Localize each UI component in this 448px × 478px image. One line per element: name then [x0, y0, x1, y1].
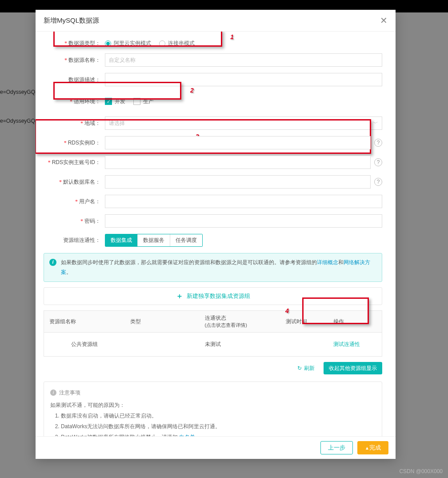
input-password[interactable]	[105, 214, 382, 228]
checkbox-dev-label: 开发	[115, 98, 125, 105]
watermark: CSDN @000X000	[399, 468, 443, 474]
collapse-others-button[interactable]: 收起其他资源组显示	[324, 362, 382, 374]
radio-connstring-mode-label: 连接串模式	[168, 40, 195, 47]
annotation-num-2: 2	[190, 87, 194, 94]
label-datasource-type: 数据源类型：	[44, 40, 105, 47]
modal-header: 新增MySQL数据源 ✕	[36, 10, 396, 32]
help-icon[interactable]: ?	[374, 158, 382, 166]
help-icon[interactable]: ?	[374, 178, 382, 186]
input-rds-id[interactable]	[105, 136, 371, 149]
label-rds-owner-id: RDS实例主账号ID：	[44, 159, 105, 166]
checkbox-prod[interactable]	[133, 98, 140, 105]
label-env: 适用环境：	[44, 98, 105, 105]
modal-body: 1 2 3 4 数据源类型： 阿里云实例模式 连接串模式 数据源名称： 数据源描…	[36, 32, 396, 436]
chevron-down-icon: ﹀	[373, 120, 378, 127]
checkbox-dev[interactable]: ✓	[105, 98, 112, 105]
alert-text-1: 如果数据同步时使用了此数据源，那么就需要保证对应的资源组和数据源之间是可以联通的…	[61, 259, 317, 265]
label-datasource-desc: 数据源描述：	[44, 76, 105, 84]
info-alert: i 如果数据同步时使用了此数据源，那么就需要保证对应的资源组和数据源之间是可以联…	[44, 253, 382, 282]
input-username[interactable]	[105, 195, 382, 208]
label-datasource-name: 数据源名称：	[44, 56, 105, 64]
cell-rg-name: 公共资源组	[44, 333, 125, 357]
input-datasource-desc[interactable]	[105, 73, 382, 86]
refresh-button[interactable]: ↻刷新	[297, 365, 315, 372]
help-icon[interactable]: ?	[374, 139, 382, 147]
input-default-db[interactable]	[105, 175, 371, 189]
info-icon: i	[49, 259, 56, 266]
radio-connstring-mode[interactable]: 连接串模式	[159, 40, 195, 47]
new-resource-group-label: 新建独享数据集成资源组	[187, 292, 250, 300]
table-row: 公共资源组 未测试 测试连通性	[44, 333, 382, 357]
input-rds-owner-id[interactable]	[105, 156, 371, 169]
cell-rg-status[interactable]: 未测试	[200, 333, 281, 357]
select-region-placeholder: 请选择	[109, 120, 125, 127]
alert-text-3: 。	[66, 269, 72, 275]
prev-button[interactable]: 上一步	[320, 441, 353, 454]
modal-footer: 上一步 完成	[36, 436, 396, 459]
refresh-icon: ↻	[297, 365, 302, 371]
tab-task-schedule[interactable]: 任务调度	[170, 234, 202, 246]
radio-instance-mode[interactable]: 阿里云实例模式	[105, 40, 151, 47]
input-datasource-name[interactable]	[105, 53, 382, 67]
test-connectivity-link[interactable]: 测试连通性	[333, 341, 360, 347]
link-concept[interactable]: 详细概念	[317, 259, 338, 265]
alert-text-2: 和	[338, 259, 344, 265]
modal-dialog: 新增MySQL数据源 ✕ 1 2 3 4 数据源类型： 阿里云实例模式 连接串模…	[36, 10, 396, 459]
new-resource-group-button[interactable]: ＋ 新建独享数据集成资源组	[44, 287, 382, 305]
select-region[interactable]: 请选择 ﹀	[105, 116, 382, 130]
th-name: 资源组名称	[44, 311, 125, 333]
notes-item: DataWorks无法访问数据库所在网络，请确保网络已和阿里云打通。	[61, 421, 376, 432]
whitelist-link[interactable]: 白名单	[179, 434, 195, 436]
checkbox-prod-label: 生产	[143, 98, 154, 105]
modal-title: 新增MySQL数据源	[44, 16, 99, 25]
done-button[interactable]: 完成	[357, 441, 388, 454]
notes-item: DataWorks被数据库所在网络防火墙禁止，请添加 白名单。	[61, 432, 376, 436]
notes-intro: 如果测试不通，可能的原因为：	[50, 400, 376, 410]
notes-box: i注意事项 如果测试不通，可能的原因为： 数据库没有启动，请确认已经正常启动。 …	[44, 382, 382, 436]
cell-rg-time	[280, 333, 328, 357]
conn-tabs: 数据集成 数据服务 任务调度	[105, 234, 203, 247]
th-action: 操作	[328, 311, 382, 333]
label-password: 密码：	[44, 217, 105, 225]
notes-item: 数据库没有启动，请确认已经正常启动。	[61, 410, 376, 421]
radio-instance-mode-label: 阿里云实例模式	[114, 40, 151, 47]
th-status: 连通状态(点击状态查看详情)	[200, 311, 281, 333]
cell-rg-type	[125, 333, 199, 357]
label-region: 地域：	[44, 120, 105, 127]
resource-group-table: 资源组名称 类型 连通状态(点击状态查看详情) 测试时间 操作 公共资源组 未测…	[44, 310, 382, 357]
info-icon: i	[50, 390, 56, 396]
tab-data-integration[interactable]: 数据集成	[105, 234, 138, 246]
label-default-db: 默认数据库名：	[44, 178, 105, 186]
annotation-num-1: 1	[230, 33, 234, 40]
label-conn: 资源组连通性：	[44, 237, 105, 244]
th-type: 类型	[125, 311, 199, 333]
annotation-num-4: 4	[285, 307, 289, 314]
label-username: 用户名：	[44, 198, 105, 205]
tab-data-service[interactable]: 数据服务	[138, 234, 170, 246]
close-icon[interactable]: ✕	[380, 16, 388, 25]
notes-title-label: 注意事项	[59, 387, 80, 398]
label-rds-id: RDS实例ID：	[44, 139, 105, 147]
plus-icon: ＋	[176, 292, 183, 301]
